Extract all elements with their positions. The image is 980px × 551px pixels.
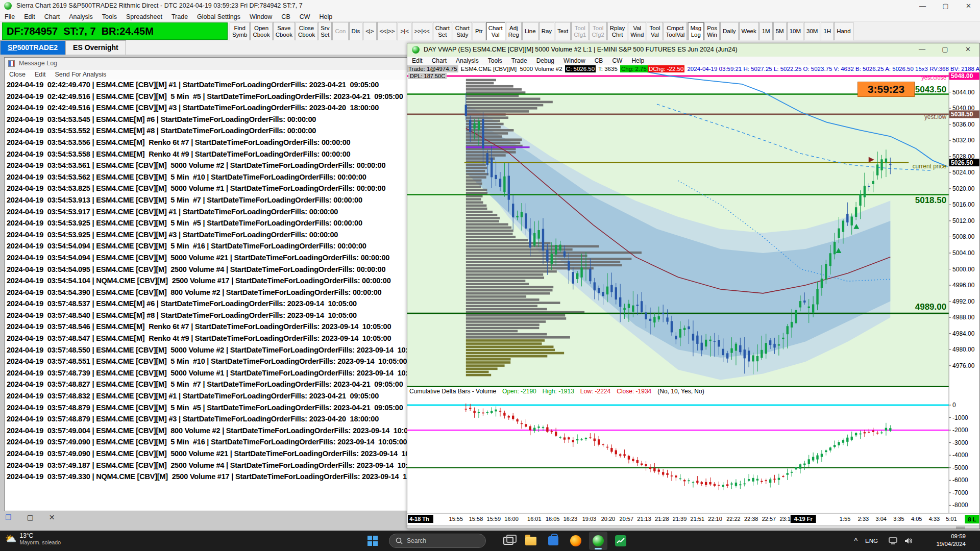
chart-titlebar[interactable]: DAY VWAP (ES) ESM4.CME [CBV][M] 5000 Vol… <box>407 43 979 57</box>
toolbar-button-msg-log[interactable]: MsgLog <box>688 22 704 41</box>
taskbar-weather-widget[interactable]: ⛅ 13°C Mayorm. soleado <box>5 532 61 545</box>
main-titlebar[interactable]: Sierra Chart 2619 S&P500TRADE2 Rithmic D… <box>0 0 980 12</box>
toolbar-button-open-cbook[interactable]: OpenCbook <box>250 22 272 41</box>
main-menu-item-tools[interactable]: Tools <box>97 12 121 21</box>
svg-text:-8000: -8000 <box>952 502 968 509</box>
resize-grip[interactable] <box>956 527 965 529</box>
info-segment: ESM4.CME [CBV][M] 5000 Volume #2 <box>458 65 565 72</box>
firefox-button[interactable] <box>567 532 585 550</box>
volume-tray-button[interactable] <box>904 531 913 551</box>
sierra-chart-taskbar-button[interactable] <box>589 532 607 550</box>
chart-menu-item-cb[interactable]: CB <box>590 57 608 65</box>
toolbar-button-10m[interactable]: 10M <box>787 22 803 41</box>
toolbar-button-pos-win[interactable]: PosWin <box>704 22 720 41</box>
start-button[interactable] <box>363 532 382 550</box>
main-menu-item-file[interactable]: File <box>0 12 19 21</box>
chart-menu-item-debug[interactable]: Debug <box>532 57 559 65</box>
toolbar-button-week[interactable]: Week <box>739 22 759 41</box>
toolbar-button-[interactable]: <|> <box>363 22 376 41</box>
main-menu-item-trade[interactable]: Trade <box>167 12 192 21</box>
toolbar-button-30m[interactable]: 30M <box>804 22 820 41</box>
toolbar-button-[interactable]: >>|<< <box>412 22 432 41</box>
toolbar-button-text[interactable]: Text <box>555 22 571 41</box>
toolbar-button-[interactable]: <<|>> <box>377 22 398 41</box>
task-view-button[interactable] <box>499 532 518 550</box>
maximize-icon[interactable]: ▢ <box>27 513 34 525</box>
toolbar-button-val-wind[interactable]: ValWind <box>628 22 646 41</box>
toolbar-button-tool-val[interactable]: ToolVal <box>647 22 663 41</box>
main-menu-item-global-settings[interactable]: Global Settings <box>192 12 245 21</box>
restore-icon[interactable]: ❐ <box>5 513 12 525</box>
maximize-button[interactable]: ▢ <box>934 0 957 12</box>
svg-text:4:05: 4:05 <box>911 516 922 522</box>
tab-sp500trade2[interactable]: SP500TRADE2 <box>0 40 65 55</box>
main-menu-item-chart[interactable]: Chart <box>40 12 65 21</box>
toolbar-button-find-symb[interactable]: FindSymb <box>230 22 250 41</box>
cast-tray-button[interactable] <box>889 531 897 551</box>
toolbar-button-[interactable]: >|< <box>398 22 411 41</box>
taskbar-clock[interactable]: 09:59 19/04/2024 <box>936 533 966 548</box>
main-menu-item-edit[interactable]: Edit <box>19 12 40 21</box>
toolbar-button-adj-reg[interactable]: AdjReg <box>506 22 522 41</box>
chart-menu-item-help[interactable]: Help <box>627 57 649 65</box>
message-log-menu-item-edit[interactable]: Edit <box>30 70 51 80</box>
toolbar-button-save-cbook[interactable]: SaveCbook <box>273 22 295 41</box>
toolbar-button-chart-set[interactable]: ChartSet <box>433 22 452 41</box>
chart-menu-item-analysis[interactable]: Analysis <box>451 57 483 65</box>
message-log-menu-item-send-for-analysis[interactable]: Send For Analysis <box>51 70 111 80</box>
minimize-button[interactable]: — <box>911 0 934 12</box>
toolbar-button-con[interactable]: Con <box>332 22 348 41</box>
chart-area[interactable]: yest.close5043.50yest.lowcurrent price50… <box>407 72 979 525</box>
language-indicator[interactable]: ENG <box>865 531 878 551</box>
file-explorer-button[interactable] <box>522 532 540 550</box>
toolbar-button-hand[interactable]: Hand <box>834 22 853 41</box>
toolbar-button-rplay-chrt[interactable]: RplayChrt <box>607 22 627 41</box>
close-button[interactable]: ✕ <box>957 0 980 12</box>
main-menu-item-analysis[interactable]: Analysis <box>64 12 97 21</box>
toolbar-button-chart-val[interactable]: ChartVal <box>486 22 505 41</box>
main-menu-item-cb[interactable]: CB <box>277 12 295 21</box>
toolbar-button-5m[interactable]: 5M <box>773 22 787 41</box>
toolbar-button-chart-stdy[interactable]: ChartStdy <box>453 22 472 41</box>
chart-menu-item-tools[interactable]: Tools <box>483 57 507 65</box>
time-axis[interactable]: 4-18 Th15:5515:5815:5916:0016:0116:0516:… <box>407 513 979 525</box>
chart-menubar: EditChartAnalysisToolsTradeDebugWindowCB… <box>407 57 979 65</box>
tab-es-overnight[interactable]: ES Overnight <box>65 40 126 55</box>
message-log-menu-item-close[interactable]: Close <box>5 70 30 80</box>
chart-menu-item-edit[interactable]: Edit <box>407 57 427 65</box>
toolbar-button-daily[interactable]: Daily <box>720 22 739 41</box>
svg-text:3:04: 3:04 <box>876 516 887 522</box>
toolbar-button-close-cbook[interactable]: CloseCbook <box>296 22 317 41</box>
main-menu-item-spreadsheet[interactable]: Spreadsheet <box>121 12 167 21</box>
toolbar-button-cmpct-toolval[interactable]: CmpctToolVal <box>664 22 688 41</box>
svg-text:5038.50: 5038.50 <box>951 111 973 118</box>
toolbar-button-line[interactable]: Line <box>522 22 538 41</box>
minimize-button[interactable]: — <box>911 43 934 56</box>
main-menu-item-window[interactable]: Window <box>245 12 277 21</box>
taskbar-search[interactable]: Search <box>389 534 486 548</box>
chart-menu-item-chart[interactable]: Chart <box>427 57 451 65</box>
chart-app-button[interactable] <box>611 532 630 550</box>
svg-text:-2000: -2000 <box>952 427 968 434</box>
tray-chevron-button[interactable]: ^ <box>854 531 857 551</box>
store-button[interactable] <box>544 532 562 550</box>
toolbar-button-dis[interactable]: Dis <box>349 22 363 41</box>
toolbar-button-tool-cfg2[interactable]: ToolCfg2 <box>590 22 607 41</box>
toolbar-button-ray[interactable]: Ray <box>539 22 554 41</box>
main-menu-item-help[interactable]: Help <box>315 12 337 21</box>
chart-canvas[interactable]: yest.close5043.50yest.lowcurrent price50… <box>407 72 979 525</box>
chart-window-title: DAY VWAP (ES) ESM4.CME [CBV][M] 5000 Vol… <box>424 46 738 53</box>
toolbar-button-1m[interactable]: 1M <box>760 22 773 41</box>
chart-menu-item-cw[interactable]: CW <box>607 57 627 65</box>
toolbar-button-ptr[interactable]: Ptr <box>473 22 485 41</box>
toolbar-button-srv-set[interactable]: SrvSet <box>318 22 332 41</box>
chart-menu-item-window[interactable]: Window <box>559 57 590 65</box>
close-icon[interactable]: ✕ <box>49 513 55 525</box>
chart-menu-item-trade[interactable]: Trade <box>507 57 532 65</box>
toolbar-button-1h[interactable]: 1H <box>821 22 834 41</box>
close-button[interactable]: ✕ <box>957 43 979 56</box>
price-scale[interactable]: 5044.005040.005036.005032.005028.005024.… <box>949 72 979 525</box>
main-menu-item-cw[interactable]: CW <box>295 12 315 21</box>
maximize-button[interactable]: ▢ <box>934 43 957 56</box>
toolbar-button-tool-cfg1[interactable]: ToolCfg1 <box>571 22 589 41</box>
